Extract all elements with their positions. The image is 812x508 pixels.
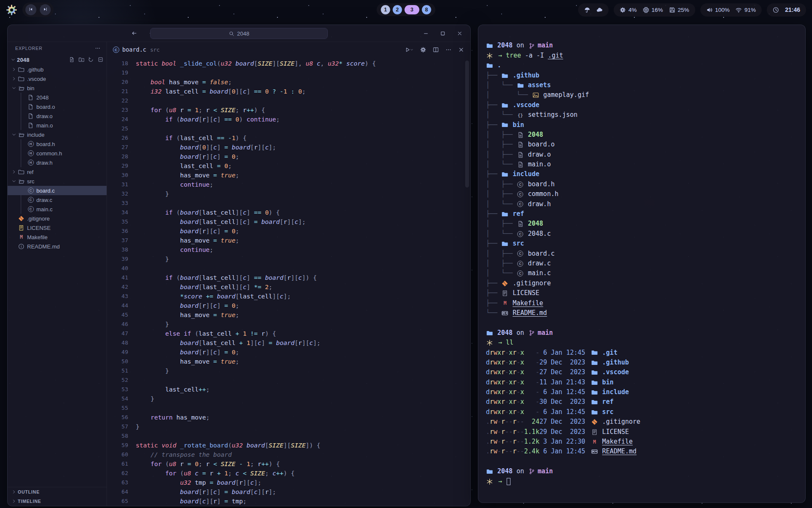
code-line[interactable]: 41 if (board[last_cell][c] == board[r][c… bbox=[107, 273, 470, 282]
code-line[interactable]: 52 bbox=[107, 375, 470, 385]
code-line[interactable]: 30 has_move = true; bbox=[107, 171, 470, 180]
code-line[interactable]: 45 has_move = true; bbox=[107, 310, 470, 320]
weather-widget[interactable] bbox=[578, 3, 609, 17]
command-line[interactable]: → bbox=[486, 477, 798, 486]
explorer-more-icon[interactable] bbox=[95, 45, 101, 51]
code-line[interactable]: 38 continue; bbox=[107, 245, 470, 254]
code-line[interactable]: 36 board[r][c] = 0; bbox=[107, 226, 470, 236]
code-line[interactable]: 56 return has_move; bbox=[107, 413, 470, 422]
sidebar-item-.github[interactable]: .github bbox=[8, 65, 107, 74]
sidebar-item-Makefile[interactable]: MMakefile bbox=[8, 232, 107, 242]
code-line[interactable]: 60 // transpose the board bbox=[107, 450, 470, 459]
sidebar-item-draw.o[interactable]: draw.o bbox=[8, 111, 107, 121]
code-line[interactable]: 48 board[last_cell + 1][c] = board[r][c]… bbox=[107, 338, 470, 348]
code-line[interactable]: 40 bbox=[107, 264, 470, 273]
run-file-button[interactable] bbox=[404, 47, 414, 53]
code-line[interactable]: 55 bbox=[107, 403, 470, 413]
code-line[interactable]: 29 last_cell = 0; bbox=[107, 161, 470, 171]
sidebar-item-board.c[interactable]: Cboard.c bbox=[8, 186, 107, 195]
sidebar-item-src[interactable]: src bbox=[8, 177, 107, 186]
code-line[interactable]: 39 } bbox=[107, 254, 470, 264]
code-line[interactable]: 24 if (board[r][c] == 0) continue; bbox=[107, 115, 470, 124]
outline-section[interactable]: OUTLINE bbox=[8, 487, 107, 497]
new-folder-icon[interactable] bbox=[79, 57, 85, 63]
code-line[interactable]: 62 for (u8 c = r + 1; c < SIZE; c++) { bbox=[107, 469, 470, 478]
sidebar-item-board.h[interactable]: Hboard.h bbox=[8, 139, 107, 149]
collapse-folders-icon[interactable] bbox=[98, 57, 104, 63]
app-launcher-gear-icon[interactable] bbox=[6, 4, 17, 16]
close-editor-icon[interactable] bbox=[458, 47, 464, 53]
code-line[interactable]: 49 board[r][c] = 0; bbox=[107, 348, 470, 357]
close-button[interactable] bbox=[457, 30, 463, 36]
refresh-explorer-icon[interactable] bbox=[88, 57, 94, 63]
system-stats-widget[interactable]: 4% 16% 25% bbox=[614, 3, 695, 17]
more-actions-icon[interactable] bbox=[445, 47, 452, 53]
sidebar-item-.vscode[interactable]: .vscode bbox=[8, 74, 107, 83]
timeline-section[interactable]: TIMELINE bbox=[8, 497, 107, 506]
media-next-button[interactable] bbox=[40, 4, 51, 15]
code-line[interactable]: 34 if (board[last_cell][c] == 0) { bbox=[107, 208, 470, 217]
sidebar-item-common.h[interactable]: Hcommon.h bbox=[8, 149, 107, 158]
sidebar-item-draw.c[interactable]: Cdraw.c bbox=[8, 195, 107, 204]
settings-gear-icon[interactable] bbox=[420, 47, 426, 53]
code-line[interactable]: 27 board[0][c] = board[r][c]; bbox=[107, 143, 470, 152]
audio-network-widget[interactable]: 100% 91% bbox=[700, 3, 762, 17]
sidebar-item-include[interactable]: include bbox=[8, 130, 107, 139]
sidebar-item-ref[interactable]: ref bbox=[8, 167, 107, 177]
command-center-search[interactable]: 2048 bbox=[150, 28, 328, 39]
code-line[interactable]: 47 else if (last_cell + 1 != r) { bbox=[107, 329, 470, 338]
code-line[interactable]: 53 last_cell++; bbox=[107, 385, 470, 394]
sidebar-item-main.c[interactable]: Cmain.c bbox=[8, 204, 107, 214]
maximize-button[interactable] bbox=[440, 30, 446, 36]
clock-widget[interactable]: 21:46 bbox=[767, 3, 806, 17]
sidebar-item-LICENSE[interactable]: LICENSE bbox=[8, 223, 107, 232]
project-root-row[interactable]: 2048 bbox=[8, 55, 107, 65]
sidebar-item-.gitignore[interactable]: .gitignore bbox=[8, 214, 107, 223]
code-line[interactable]: 31 continue; bbox=[107, 180, 470, 189]
split-editor-icon[interactable] bbox=[433, 47, 439, 53]
code-line[interactable]: 28 board[r][c] = 0; bbox=[107, 152, 470, 161]
code-line[interactable]: 51 } bbox=[107, 366, 470, 375]
sidebar-item-draw.h[interactable]: Hdraw.h bbox=[8, 158, 107, 167]
code-line[interactable]: 32 } bbox=[107, 189, 470, 199]
workspace-3[interactable]: 3 bbox=[405, 5, 420, 14]
sidebar-item-main.o[interactable]: main.o bbox=[8, 121, 107, 130]
sidebar-item-2048[interactable]: 2048 bbox=[8, 93, 107, 102]
code-line[interactable]: 63 u32 tmp = board[r][c]; bbox=[107, 478, 470, 487]
sidebar-item-bin[interactable]: bin bbox=[8, 83, 107, 93]
code-line[interactable]: 54 } bbox=[107, 394, 470, 403]
code-line[interactable]: 46 } bbox=[107, 320, 470, 329]
code-line[interactable]: 57} bbox=[107, 422, 470, 431]
workspace-1[interactable]: 1 bbox=[381, 5, 390, 14]
code-line[interactable]: 43 *score += board[last_cell][c]; bbox=[107, 292, 470, 301]
code-line[interactable]: 35 board[last_cell][c] = board[r][c]; bbox=[107, 217, 470, 226]
code-line[interactable]: 33 bbox=[107, 199, 470, 208]
code-line[interactable]: 22 bbox=[107, 96, 470, 105]
code-line[interactable]: 37 has_move = true; bbox=[107, 236, 470, 245]
tab-board.c[interactable]: C board.c src bbox=[113, 46, 159, 53]
code-line[interactable]: 61 for (u8 r = 0; r < SIZE - 1; r++) { bbox=[107, 459, 470, 469]
code-line[interactable]: 50 has_move = true; bbox=[107, 357, 470, 366]
code-line[interactable]: 58 bbox=[107, 431, 470, 441]
code-line[interactable]: 20 bool has_move = false; bbox=[107, 77, 470, 87]
workspace-8[interactable]: 8 bbox=[422, 5, 431, 14]
terminal-scrollback[interactable]: 2048 on main→tree -a -I .git.├── .github… bbox=[478, 25, 805, 492]
code-line[interactable]: 23 for (u8 r = 1; r < SIZE; r++) { bbox=[107, 105, 470, 115]
sidebar-item-board.o[interactable]: board.o bbox=[8, 102, 107, 111]
media-prev-button[interactable] bbox=[25, 4, 36, 15]
nav-back-icon[interactable] bbox=[131, 30, 137, 36]
code-line[interactable]: 18static bool _slide_col(u32 board[SIZE]… bbox=[107, 59, 470, 68]
code-line[interactable]: 44 board[r][c] = 0; bbox=[107, 301, 470, 310]
code-line[interactable]: 64 board[r][c] = board[c][r]; bbox=[107, 487, 470, 497]
workspace-2[interactable]: 2 bbox=[393, 5, 402, 14]
code-line[interactable]: 59static void _rotate_board(u32 board[SI… bbox=[107, 441, 470, 450]
sidebar-item-README.md[interactable]: README.md bbox=[8, 242, 107, 251]
minimize-button[interactable] bbox=[423, 30, 429, 36]
new-file-icon[interactable] bbox=[69, 57, 75, 63]
editor-scrollbar[interactable] bbox=[465, 61, 469, 188]
code-editor[interactable]: 18static bool _slide_col(u32 board[SIZE]… bbox=[107, 57, 470, 506]
code-line[interactable]: 42 board[last_cell][c] *= 2; bbox=[107, 282, 470, 292]
code-line[interactable]: 65 board[c][r] = tmp; bbox=[107, 497, 470, 506]
code-line[interactable]: 19 bbox=[107, 68, 470, 77]
code-line[interactable]: 26 if (last_cell == -1) { bbox=[107, 133, 470, 143]
